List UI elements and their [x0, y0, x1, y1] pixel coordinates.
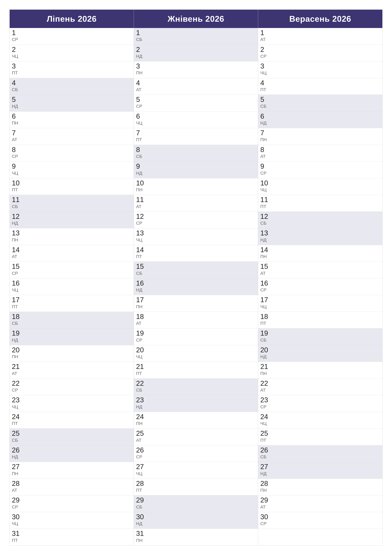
day-num: 25	[136, 430, 256, 437]
day-num: 7	[260, 129, 380, 137]
day-name: ЧЦ	[136, 354, 256, 359]
day-num: 29	[12, 496, 131, 504]
days-list-1: 1СБ2НД3ПН4АТ5СР6ЧЦ7ПТ8СБ9НД10ПН11АТ12СР1…	[134, 28, 258, 545]
day-row: 16СР	[258, 278, 382, 295]
day-name: АТ	[260, 387, 380, 393]
day-row: 1СБ	[134, 28, 258, 45]
day-name: СР	[136, 104, 256, 109]
day-row: 3ПТ	[10, 61, 134, 78]
day-row: 19НД	[10, 329, 134, 345]
day-row: 30ЧЦ	[10, 512, 134, 529]
day-num: 6	[260, 112, 380, 120]
day-name: ЧЦ	[136, 471, 256, 476]
day-name: АТ	[136, 204, 256, 209]
day-num: 22	[136, 380, 256, 387]
day-name: СБ	[260, 337, 380, 343]
day-name: СР	[260, 521, 380, 526]
day-name: АТ	[12, 254, 131, 259]
day-name: НД	[136, 54, 256, 59]
day-num: 15	[260, 263, 380, 270]
day-name: АТ	[136, 87, 256, 92]
day-num: 3	[260, 62, 380, 70]
day-num: 28	[260, 480, 380, 487]
day-name: СБ	[136, 37, 256, 42]
empty-day-row	[258, 529, 382, 545]
day-row: 9ЧЦ	[10, 161, 134, 178]
day-row: 5СБ	[258, 95, 382, 111]
day-name: АТ	[260, 37, 380, 42]
day-num: 9	[260, 162, 380, 170]
day-row: 8АТ	[258, 145, 382, 162]
day-num: 22	[260, 380, 380, 387]
day-num: 10	[12, 179, 131, 187]
day-num: 7	[136, 129, 256, 137]
day-row: 5НД	[10, 95, 134, 111]
day-name: НД	[12, 337, 131, 343]
day-row: 15СБ	[134, 262, 258, 278]
day-num: 13	[260, 229, 380, 237]
day-row: 3ЧЦ	[258, 61, 382, 78]
day-num: 27	[12, 463, 131, 470]
day-num: 30	[260, 513, 380, 521]
day-name: СР	[136, 220, 256, 226]
day-num: 20	[260, 346, 380, 354]
day-row: 17ЧЦ	[258, 295, 382, 312]
day-row: 8СР	[10, 145, 134, 162]
day-name: ПН	[136, 421, 256, 426]
day-num: 4	[12, 79, 131, 87]
day-name: СБ	[12, 87, 131, 92]
day-name: АТ	[260, 504, 380, 510]
day-num: 12	[136, 213, 256, 220]
day-row: 13НД	[258, 228, 382, 245]
day-name: СР	[12, 504, 131, 510]
day-name: НД	[260, 237, 380, 243]
day-name: ПТ	[136, 137, 256, 142]
day-row: 19СР	[134, 329, 258, 345]
day-row: 1СР	[10, 28, 134, 45]
month-header-1: Жнівень 2026	[134, 10, 258, 28]
day-name: ПТ	[136, 371, 256, 376]
day-num: 10	[260, 179, 380, 187]
day-name: СБ	[12, 438, 131, 443]
day-row: 2СР	[258, 45, 382, 62]
day-name: ПН	[136, 187, 256, 193]
day-num: 6	[12, 112, 131, 120]
day-name: ПН	[260, 371, 380, 376]
day-row: 25СБ	[10, 429, 134, 445]
day-name: ЧЦ	[136, 120, 256, 126]
day-row: 20НД	[258, 345, 382, 362]
day-num: 20	[136, 346, 256, 354]
day-name: АТ	[12, 371, 131, 376]
day-row: 12СР	[134, 212, 258, 228]
day-num: 29	[260, 496, 380, 504]
day-name: ПТ	[136, 488, 256, 493]
day-name: СР	[12, 387, 131, 393]
day-name: ПТ	[260, 87, 380, 92]
day-row: 31ПТ	[10, 529, 134, 545]
day-num: 25	[260, 430, 380, 437]
day-name: СР	[136, 454, 256, 460]
day-num: 21	[260, 363, 380, 370]
day-num: 17	[136, 296, 256, 304]
day-num: 9	[136, 162, 256, 170]
day-row: 11ПТ	[258, 195, 382, 212]
day-num: 24	[136, 413, 256, 421]
day-name: НД	[260, 471, 380, 476]
month-col-2: Верасень 20261АТ2СР3ЧЦ4ПТ5СБ6НД7ПН8АТ9СР…	[258, 10, 382, 545]
day-name: СР	[260, 404, 380, 410]
day-num: 16	[12, 279, 131, 287]
day-name: ПТ	[12, 538, 131, 543]
day-num: 26	[260, 446, 380, 454]
day-num: 14	[260, 246, 380, 254]
day-row: 24ПН	[134, 412, 258, 429]
day-num: 17	[12, 296, 131, 304]
day-num: 1	[136, 29, 256, 37]
day-name: АТ	[136, 321, 256, 326]
day-name: ПН	[12, 354, 131, 359]
day-name: ПН	[136, 304, 256, 309]
day-row: 28АТ	[10, 479, 134, 496]
day-row: 26НД	[10, 445, 134, 462]
day-num: 18	[136, 313, 256, 320]
day-row: 6ПН	[10, 111, 134, 128]
day-name: СР	[12, 271, 131, 276]
